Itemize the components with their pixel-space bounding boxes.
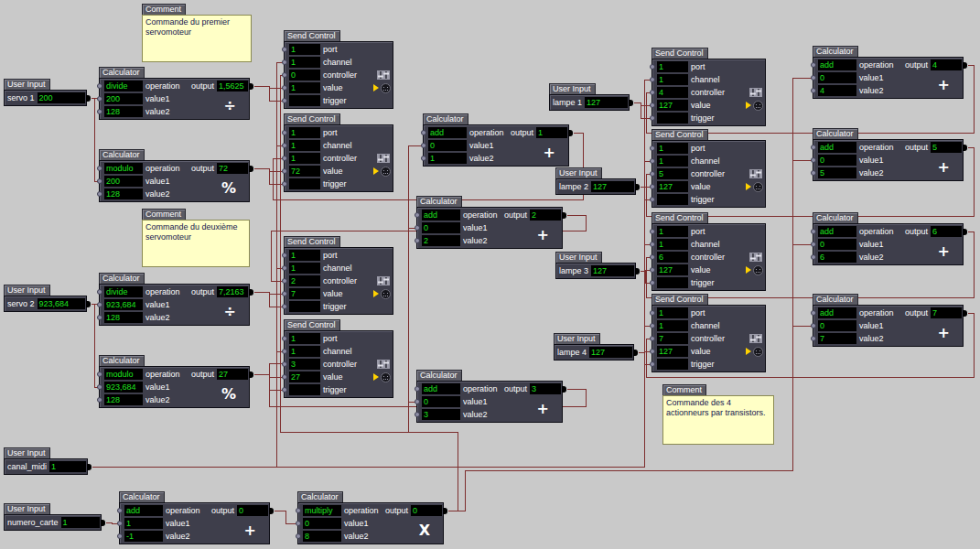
node-title[interactable]: Send Control — [652, 48, 708, 59]
value1-field[interactable]: 923,684 — [104, 382, 143, 393]
play-triangle-icon[interactable] — [746, 102, 751, 109]
value2-field[interactable]: 1 — [428, 153, 467, 164]
input-dot[interactable] — [296, 533, 301, 539]
input-dot[interactable] — [282, 291, 287, 296]
calculator-add-6[interactable]: Calculator addoperationoutput6 0value1 6… — [813, 212, 964, 265]
node-title[interactable]: Send Control — [652, 294, 708, 305]
operation-field[interactable]: divide — [104, 286, 143, 297]
node-title[interactable]: Calculator — [423, 113, 468, 124]
input-dot[interactable] — [650, 310, 655, 316]
input-dot[interactable] — [282, 387, 287, 393]
value1-field[interactable]: 0 — [422, 222, 460, 233]
port-field[interactable]: 1 — [657, 307, 688, 318]
input-value[interactable]: 923,684 — [38, 298, 85, 309]
input-dot[interactable] — [650, 280, 655, 285]
trigger-field[interactable] — [289, 95, 320, 106]
send-control-6[interactable]: Send Control 1port 1channel 5controller … — [652, 129, 766, 208]
input-dot[interactable] — [421, 143, 426, 148]
send-control-4[interactable]: Send Control 1port 1channel 3controller … — [284, 319, 393, 398]
node-title[interactable]: Calculator — [813, 46, 858, 57]
output-connector[interactable] — [249, 371, 253, 378]
value-field[interactable]: 127 — [657, 264, 688, 275]
user-input-servo-1[interactable]: User Input servo 1200 — [4, 79, 87, 106]
output-connector[interactable] — [249, 289, 253, 296]
input-dot[interactable] — [650, 145, 655, 151]
input-dot[interactable] — [282, 98, 287, 103]
controller-field[interactable]: 4 — [657, 87, 688, 98]
output-connector[interactable] — [562, 212, 566, 219]
calculator-add-5[interactable]: Calculator addoperationoutput5 0value1 5… — [813, 128, 964, 181]
input-dot[interactable] — [97, 315, 102, 320]
value1-field[interactable]: 0 — [818, 320, 856, 331]
value2-field[interactable]: 8 — [303, 531, 341, 542]
node-title[interactable]: Calculator — [99, 355, 145, 366]
play-triangle-icon[interactable] — [746, 348, 751, 355]
input-dot[interactable] — [97, 109, 102, 114]
input-dot[interactable] — [650, 361, 655, 367]
controller-field[interactable]: 1 — [289, 153, 320, 164]
input-dot[interactable] — [650, 102, 655, 108]
input-value[interactable]: 127 — [585, 97, 628, 108]
value-field[interactable]: 127 — [657, 100, 688, 111]
node-title[interactable]: Calculator — [99, 149, 145, 160]
input-dot[interactable] — [97, 191, 102, 197]
input-dot[interactable] — [415, 412, 420, 417]
input-dot[interactable] — [650, 90, 655, 95]
node-title[interactable]: Calculator — [99, 273, 145, 284]
value2-field[interactable]: 3 — [422, 409, 460, 420]
input-dot[interactable] — [650, 171, 655, 177]
input-dot[interactable] — [415, 386, 420, 392]
comment-node-1[interactable]: Comment Commande du premier servomoteur — [142, 4, 252, 62]
operation-field[interactable]: divide — [104, 81, 143, 92]
output-connector[interactable] — [101, 520, 105, 526]
port-field[interactable]: 1 — [657, 226, 688, 237]
node-title[interactable]: Comment — [662, 384, 706, 395]
value2-field[interactable]: 5 — [818, 167, 856, 178]
output-connector[interactable] — [629, 100, 633, 106]
value1-field[interactable]: 200 — [104, 93, 143, 104]
calculator-modulo-2[interactable]: Calculator modulooperationoutput27 923,6… — [99, 355, 250, 408]
user-input-lampe-2[interactable]: User Input lampe 2127 — [555, 167, 636, 195]
user-input-lampe-1[interactable]: User Input lampe 1127 — [549, 83, 630, 111]
input-dot[interactable] — [650, 323, 655, 328]
input-dot[interactable] — [415, 399, 420, 404]
node-title[interactable]: Send Control — [284, 236, 340, 247]
value2-field[interactable]: 128 — [104, 188, 143, 199]
trigger-field[interactable] — [657, 359, 688, 370]
input-dot[interactable] — [97, 83, 102, 89]
input-value[interactable]: 1 — [49, 461, 86, 472]
input-dot[interactable] — [811, 242, 816, 247]
input-dot[interactable] — [650, 158, 655, 164]
value1-field[interactable]: 0 — [428, 140, 467, 151]
node-title[interactable]: Send Control — [284, 113, 340, 124]
fader-icon[interactable] — [377, 154, 390, 163]
node-title[interactable]: Calculator — [297, 491, 343, 502]
value1-field[interactable]: 1 — [124, 518, 163, 529]
input-dot[interactable] — [811, 254, 816, 260]
play-triangle-icon[interactable] — [746, 183, 751, 190]
trigger-field[interactable] — [657, 194, 688, 205]
controller-field[interactable]: 2 — [289, 275, 320, 286]
output-connector[interactable] — [963, 145, 967, 151]
user-input-canal-midi[interactable]: User Input canal_midi1 — [4, 447, 88, 475]
input-dot[interactable] — [97, 178, 102, 184]
input-dot[interactable] — [282, 130, 287, 135]
output-connector[interactable] — [963, 62, 967, 69]
input-dot[interactable] — [811, 75, 816, 81]
operation-field[interactable]: add — [818, 226, 856, 237]
send-control-8[interactable]: Send Control 1port 1channel 7controller … — [652, 294, 766, 372]
output-connector[interactable] — [963, 310, 967, 317]
input-dot[interactable] — [282, 156, 287, 161]
value1-field[interactable]: 0 — [422, 396, 460, 407]
fader-icon[interactable] — [377, 70, 390, 80]
operation-field[interactable]: modulo — [104, 163, 143, 174]
input-dot[interactable] — [811, 62, 816, 68]
output-connector[interactable] — [87, 464, 92, 470]
node-title[interactable]: Calculator — [416, 196, 462, 207]
play-triangle-icon[interactable] — [373, 290, 379, 297]
node-title[interactable]: Calculator — [813, 294, 858, 305]
node-title[interactable]: User Input — [4, 447, 50, 458]
fader-icon[interactable] — [749, 253, 762, 262]
node-title[interactable]: Calculator — [119, 491, 165, 502]
input-dot[interactable] — [97, 166, 102, 171]
